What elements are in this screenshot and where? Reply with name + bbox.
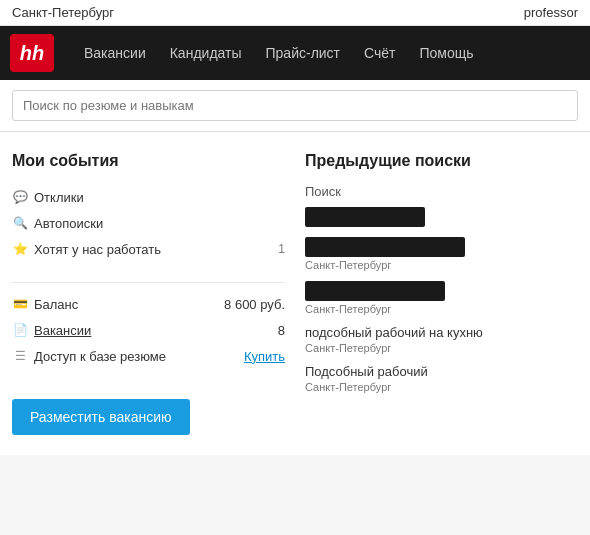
event-item-responses[interactable]: 💬 Отклики xyxy=(12,184,285,210)
vacancies-count: 8 xyxy=(278,323,285,338)
nav-account[interactable]: Счёт xyxy=(352,45,407,61)
search-loc-2: Санкт-Петербург xyxy=(305,259,578,271)
event-item-autosearch[interactable]: 🔍 Автопоиски xyxy=(12,210,285,236)
search-bar-wrapper xyxy=(0,80,590,132)
left-column: Мои события 💬 Отклики 🔍 Автопоиски ⭐ xyxy=(12,152,285,435)
username-label: professor xyxy=(524,5,578,20)
prev-search-item-4[interactable]: подсобный рабочий на кухню Санкт-Петербу… xyxy=(305,325,578,354)
vacancies-link[interactable]: Вакансии xyxy=(34,323,91,338)
search-loc-5: Санкт-Петербург xyxy=(305,381,578,393)
search-bar-3 xyxy=(305,281,445,301)
place-vacancy-button[interactable]: Разместить вакансию xyxy=(12,399,190,435)
nav-candidates[interactable]: Кандидаты xyxy=(158,45,254,61)
search-loc-3: Санкт-Петербург xyxy=(305,303,578,315)
search-bar-1 xyxy=(305,207,425,227)
prev-search-item-1[interactable] xyxy=(305,207,578,227)
search-input[interactable] xyxy=(12,90,578,121)
nav-pricelist[interactable]: Прайс-лист xyxy=(254,45,353,61)
main-content: Мои события 💬 Отклики 🔍 Автопоиски ⭐ xyxy=(0,132,590,455)
nav-bar: hh Вакансии Кандидаты Прайс-лист Счёт По… xyxy=(0,26,590,80)
divider-1 xyxy=(12,282,285,283)
comment-icon: 💬 xyxy=(12,189,28,205)
finance-balance: 💳 Баланс 8 600 руб. xyxy=(12,291,285,317)
city-label: Санкт-Петербург xyxy=(12,5,114,20)
search-icon: 🔍 xyxy=(12,215,28,231)
search-bar-2 xyxy=(305,237,465,257)
nav-help[interactable]: Помощь xyxy=(408,45,486,61)
my-events-title: Мои события xyxy=(12,152,285,170)
search-loc-4: Санкт-Петербург xyxy=(305,342,578,354)
prev-searches-title: Предыдущие поиски xyxy=(305,152,578,170)
nav-vacancies[interactable]: Вакансии xyxy=(72,45,158,61)
top-bar: Санкт-Петербург professor xyxy=(0,0,590,26)
star-icon: ⭐ xyxy=(12,241,28,257)
finance-vacancies[interactable]: 📄 Вакансии 8 xyxy=(12,317,285,343)
hh-logo[interactable]: hh xyxy=(10,34,54,72)
doc-icon: 📄 xyxy=(12,322,28,338)
balance-value: 8 600 руб. xyxy=(224,297,285,312)
event-wantwork-label: ⭐ Хотят у нас работать xyxy=(12,241,161,257)
wallet-icon: 💳 xyxy=(12,296,28,312)
buy-access-link[interactable]: Купить xyxy=(244,349,285,364)
search-text-5: Подсобный рабочий xyxy=(305,364,578,379)
event-autosearch-label: 🔍 Автопоиски xyxy=(12,215,103,231)
finance-list: 💳 Баланс 8 600 руб. 📄 Вакансии 8 ☰ Досту… xyxy=(12,291,285,369)
list-icon: ☰ xyxy=(12,348,28,364)
search-text-4: подсобный рабочий на кухню xyxy=(305,325,578,340)
finance-resume-access: ☰ Доступ к базе резюме Купить xyxy=(12,343,285,369)
prev-search-item-2[interactable]: Санкт-Петербург xyxy=(305,237,578,271)
prev-search-item-5[interactable]: Подсобный рабочий Санкт-Петербург xyxy=(305,364,578,393)
events-list: 💬 Отклики 🔍 Автопоиски ⭐ Хотят у нас раб… xyxy=(12,184,285,262)
search-col-label: Поиск xyxy=(305,184,578,199)
prev-search-item-3[interactable]: Санкт-Петербург xyxy=(305,281,578,315)
event-item-want-work[interactable]: ⭐ Хотят у нас работать 1 xyxy=(12,236,285,262)
nav-links: Вакансии Кандидаты Прайс-лист Счёт Помощ… xyxy=(72,45,580,61)
right-column: Предыдущие поиски Поиск Санкт-Петербург … xyxy=(305,152,578,435)
event-response-label: 💬 Отклики xyxy=(12,189,84,205)
